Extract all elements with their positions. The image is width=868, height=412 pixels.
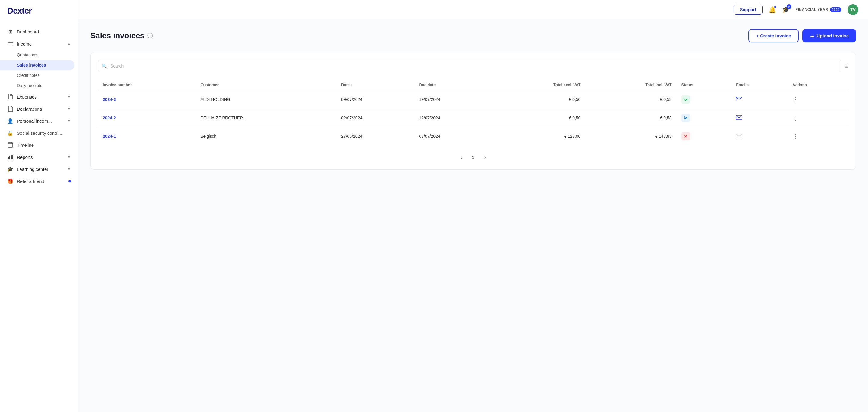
- invoice-number-cell: 2024-2: [98, 109, 195, 127]
- page-title-row: Sales invoices ⓘ: [90, 31, 153, 40]
- total-excl-vat-cell: € 123,00: [492, 127, 586, 146]
- avatar[interactable]: TV: [847, 4, 858, 15]
- upload-invoice-button[interactable]: ☁ Upload invoice: [802, 29, 856, 42]
- financial-year-label: FINANCIAL YEAR: [796, 7, 828, 12]
- more-actions-icon[interactable]: ⋮: [792, 133, 798, 139]
- sidebar-item-refer-friend[interactable]: 🎁 Refer a friend: [0, 175, 78, 187]
- col-total-excl-vat: Total excl. VAT: [492, 80, 586, 90]
- email-unsent-icon[interactable]: [736, 133, 742, 139]
- graduation-button[interactable]: 🎓 0: [782, 6, 789, 13]
- total-excl-vat-cell: € 0,50: [492, 90, 586, 109]
- email-cell: [731, 109, 787, 127]
- page-header: Sales invoices ⓘ + Create invoice ☁ Uplo…: [90, 29, 856, 42]
- sidebar-item-timeline[interactable]: Timeline: [0, 139, 78, 151]
- svg-rect-2: [8, 142, 13, 147]
- next-page-button[interactable]: ›: [482, 153, 488, 162]
- sidebar-item-dashboard[interactable]: ⊞ Dashboard: [0, 26, 78, 38]
- sidebar-item-daily-receipts[interactable]: Daily receipts: [0, 81, 78, 91]
- sidebar-item-income[interactable]: Income ▲: [0, 38, 78, 50]
- reports-chevron: ▼: [67, 155, 71, 159]
- svg-rect-7: [9, 156, 10, 159]
- prev-page-button[interactable]: ‹: [458, 153, 465, 162]
- table-row: 2024-1 Belgisch 27/06/2024 07/07/2024 € …: [98, 127, 848, 146]
- sidebar-item-personal-income[interactable]: 👤 Personal incom... ▼: [0, 115, 78, 127]
- date-cell: 27/06/2024: [336, 127, 414, 146]
- financial-year: FINANCIAL YEAR 2024: [796, 7, 841, 12]
- due-date-cell: 12/07/2024: [414, 109, 492, 127]
- upload-icon: ☁: [809, 33, 814, 39]
- invoice-number-cell: 2024-1: [98, 127, 195, 146]
- sidebar-item-reports[interactable]: Reports ▼: [0, 151, 78, 163]
- svg-rect-9: [12, 155, 13, 159]
- email-sent-icon[interactable]: [736, 115, 742, 121]
- filter-button[interactable]: ≡: [845, 63, 848, 70]
- actions-cell: ⋮: [787, 127, 848, 146]
- declarations-icon: [7, 106, 13, 112]
- expenses-icon: [7, 94, 13, 100]
- learning-center-icon: 🎓: [7, 166, 13, 172]
- col-emails: Emails: [731, 80, 787, 90]
- col-due-date: Due date: [414, 80, 492, 90]
- social-security-icon: 🔒: [7, 130, 13, 136]
- learning-center-chevron: ▼: [67, 167, 71, 171]
- personal-income-chevron: ▼: [67, 119, 71, 123]
- svg-marker-14: [684, 117, 687, 119]
- upload-label: Upload invoice: [816, 33, 849, 38]
- sidebar-item-expenses[interactable]: Expenses ▼: [0, 91, 78, 103]
- page-title: Sales invoices: [90, 31, 144, 40]
- sidebar-item-social-security[interactable]: 🔒 Social security contri...: [0, 127, 78, 139]
- notifications-button[interactable]: 🔔: [769, 6, 776, 13]
- col-actions: Actions: [787, 80, 848, 90]
- sidebar-item-label: Dashboard: [17, 29, 39, 34]
- total-incl-vat-cell: € 0,53: [585, 109, 676, 127]
- filter-icon: ≡: [845, 63, 848, 69]
- customer-cell: Belgisch: [195, 127, 336, 146]
- col-date[interactable]: Date↓: [336, 80, 414, 90]
- sidebar-item-declarations[interactable]: Declarations ▼: [0, 103, 78, 115]
- sidebar-item-sales-invoices[interactable]: Sales invoices: [0, 60, 74, 70]
- col-total-incl-vat: Total incl. VAT: [585, 80, 676, 90]
- invoice-link[interactable]: 2024-1: [103, 134, 116, 139]
- email-sent-icon[interactable]: [736, 96, 742, 102]
- svg-rect-8: [11, 155, 12, 159]
- pagination: ‹ 1 ›: [98, 153, 848, 162]
- invoice-link[interactable]: 2024-2: [103, 116, 116, 120]
- invoice-link[interactable]: 2024-3: [103, 97, 116, 102]
- date-cell: 09/07/2024: [336, 90, 414, 109]
- info-icon[interactable]: ⓘ: [147, 32, 153, 39]
- actions-cell: ⋮: [787, 109, 848, 127]
- total-incl-vat-cell: € 148,83: [585, 127, 676, 146]
- search-input[interactable]: [98, 60, 841, 72]
- more-actions-icon[interactable]: ⋮: [792, 96, 798, 103]
- due-date-cell: 07/07/2024: [414, 127, 492, 146]
- sidebar-item-credit-notes[interactable]: Credit notes: [0, 70, 78, 81]
- current-page: 1: [468, 153, 478, 162]
- search-row: 🔍 ≡: [98, 60, 848, 72]
- logo: Dexter: [0, 0, 78, 22]
- top-header: Support 🔔 🎓 0 FINANCIAL YEAR 2024 TV: [79, 0, 868, 19]
- expenses-chevron: ▼: [67, 95, 71, 99]
- daily-receipts-label: Daily receipts: [17, 83, 42, 88]
- status-cell: [677, 127, 732, 146]
- create-invoice-button[interactable]: + Create invoice: [748, 29, 799, 42]
- content-area: Sales invoices ⓘ + Create invoice ☁ Uplo…: [79, 19, 868, 412]
- table-container: 🔍 ≡ Invoice number Customer Date↓: [90, 52, 856, 170]
- timeline-label: Timeline: [17, 142, 34, 148]
- refer-friend-label: Refer a friend: [17, 179, 44, 184]
- svg-rect-0: [7, 41, 13, 46]
- personal-income-icon: 👤: [7, 118, 13, 124]
- support-button[interactable]: Support: [734, 4, 763, 15]
- date-cell: 02/07/2024: [336, 109, 414, 127]
- refer-friend-dot: [68, 180, 71, 182]
- status-cell: [677, 90, 732, 109]
- refer-friend-icon: 🎁: [7, 178, 13, 184]
- sidebar-item-learning-center[interactable]: 🎓 Learning center ▼: [0, 163, 78, 175]
- timeline-icon: [7, 142, 13, 148]
- income-label: Income: [17, 41, 32, 46]
- notification-dot: [774, 5, 777, 8]
- main-area: Support 🔔 🎓 0 FINANCIAL YEAR 2024 TV Sal…: [79, 0, 868, 412]
- more-actions-icon[interactable]: ⋮: [792, 115, 798, 121]
- sales-invoices-label: Sales invoices: [17, 63, 46, 67]
- social-security-label: Social security contri...: [17, 130, 62, 136]
- sidebar-item-quotations[interactable]: Quotations: [0, 50, 78, 60]
